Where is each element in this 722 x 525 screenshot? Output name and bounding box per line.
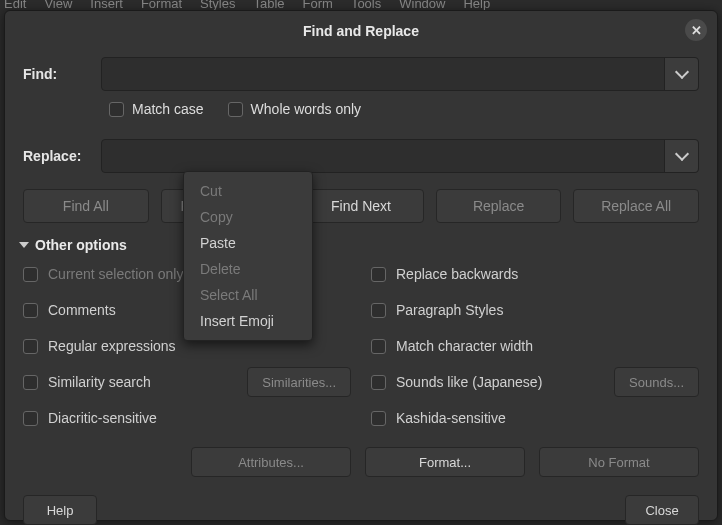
menu-insert[interactable]: Insert bbox=[90, 0, 123, 6]
help-button[interactable]: Help bbox=[23, 495, 97, 525]
match-char-width-checkbox[interactable]: Match character width bbox=[371, 333, 699, 359]
ctx-paste[interactable]: Paste bbox=[184, 230, 312, 256]
checkbox-icon bbox=[228, 102, 243, 117]
dialog-titlebar: Find and Replace ✕ bbox=[5, 11, 717, 51]
attributes-button[interactable]: Attributes... bbox=[191, 447, 351, 477]
checkbox-icon bbox=[23, 411, 38, 426]
context-menu: Cut Copy Paste Delete Select All Insert … bbox=[183, 171, 313, 341]
sounds-like-checkbox[interactable]: Sounds like (Japanese) bbox=[396, 374, 542, 390]
whole-words-checkbox[interactable]: Whole words only bbox=[228, 101, 362, 117]
whole-words-label: Whole words only bbox=[251, 101, 362, 117]
menu-format[interactable]: Format bbox=[141, 0, 182, 6]
checkbox-icon bbox=[371, 303, 386, 318]
menubar: Edit View Insert Format Styles Table For… bbox=[0, 0, 722, 10]
find-label: Find: bbox=[23, 66, 101, 82]
ctx-delete[interactable]: Delete bbox=[184, 256, 312, 282]
close-button[interactable]: Close bbox=[625, 495, 699, 525]
checkbox-icon bbox=[371, 411, 386, 426]
format-button[interactable]: Format... bbox=[365, 447, 525, 477]
close-icon[interactable]: ✕ bbox=[685, 19, 707, 41]
checkbox-icon bbox=[109, 102, 124, 117]
replace-all-button[interactable]: Replace All bbox=[573, 189, 699, 223]
match-case-label: Match case bbox=[132, 101, 204, 117]
menu-edit[interactable]: Edit bbox=[4, 0, 26, 6]
replace-label: Replace: bbox=[23, 148, 101, 164]
chevron-down-icon bbox=[674, 65, 688, 79]
replace-dropdown-button[interactable] bbox=[664, 140, 698, 172]
other-options-toggle[interactable]: Other options bbox=[19, 237, 699, 253]
dialog-title: Find and Replace bbox=[303, 23, 419, 39]
menu-form[interactable]: Form bbox=[303, 0, 333, 6]
replace-backwards-checkbox[interactable]: Replace backwards bbox=[371, 261, 699, 287]
menu-view[interactable]: View bbox=[44, 0, 72, 6]
no-format-button[interactable]: No Format bbox=[539, 447, 699, 477]
sounds-button[interactable]: Sounds... bbox=[614, 367, 699, 397]
checkbox-icon bbox=[371, 375, 386, 390]
match-case-checkbox[interactable]: Match case bbox=[109, 101, 204, 117]
find-all-button[interactable]: Find All bbox=[23, 189, 149, 223]
checkbox-icon bbox=[23, 303, 38, 318]
menu-styles[interactable]: Styles bbox=[200, 0, 235, 6]
similarity-search-checkbox[interactable]: Similarity search bbox=[48, 374, 151, 390]
chevron-down-icon bbox=[674, 147, 688, 161]
diacritic-checkbox[interactable]: Diacritic-sensitive bbox=[23, 405, 351, 431]
find-input[interactable] bbox=[102, 58, 664, 90]
similarities-button[interactable]: Similarities... bbox=[247, 367, 351, 397]
find-next-button[interactable]: Find Next bbox=[298, 189, 424, 223]
find-combo bbox=[101, 57, 699, 91]
menu-help[interactable]: Help bbox=[463, 0, 490, 6]
checkbox-icon bbox=[371, 339, 386, 354]
menu-window[interactable]: Window bbox=[399, 0, 445, 6]
chevron-down-icon bbox=[19, 242, 29, 248]
ctx-select-all[interactable]: Select All bbox=[184, 282, 312, 308]
menu-table[interactable]: Table bbox=[253, 0, 284, 6]
checkbox-icon bbox=[371, 267, 386, 282]
replace-button[interactable]: Replace bbox=[436, 189, 562, 223]
checkbox-icon bbox=[23, 267, 38, 282]
ctx-insert-emoji[interactable]: Insert Emoji bbox=[184, 308, 312, 334]
find-dropdown-button[interactable] bbox=[664, 58, 698, 90]
checkbox-icon bbox=[23, 375, 38, 390]
other-options-label: Other options bbox=[35, 237, 127, 253]
replace-combo bbox=[101, 139, 699, 173]
checkbox-icon bbox=[23, 339, 38, 354]
paragraph-styles-checkbox[interactable]: Paragraph Styles bbox=[371, 297, 699, 323]
menu-tools[interactable]: Tools bbox=[351, 0, 381, 6]
kashida-checkbox[interactable]: Kashida-sensitive bbox=[371, 405, 699, 431]
ctx-cut[interactable]: Cut bbox=[184, 178, 312, 204]
ctx-copy[interactable]: Copy bbox=[184, 204, 312, 230]
replace-input[interactable] bbox=[102, 140, 664, 172]
find-replace-dialog: Find and Replace ✕ Find: Match case Whol… bbox=[4, 10, 718, 521]
